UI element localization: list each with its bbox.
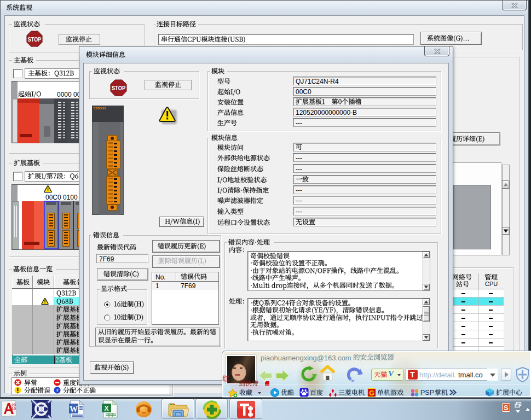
svg-text:X: X: [104, 405, 108, 412]
svg-text:10: 10: [11, 407, 16, 411]
svg-text:W: W: [70, 405, 78, 413]
svg-text:20: 20: [11, 403, 16, 407]
